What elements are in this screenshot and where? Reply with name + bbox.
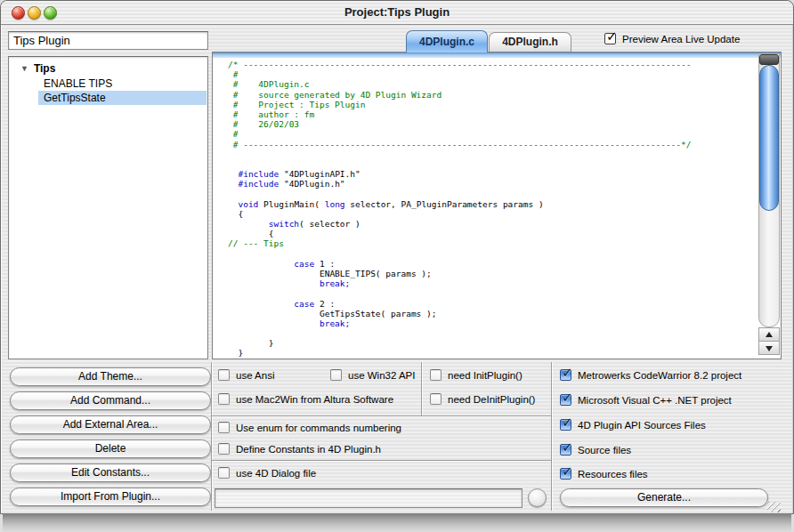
progress-bar [215,488,523,508]
app-window: Project:Tips Plugin ▼ Tips ENABLE TIPS G… [0,0,794,514]
round-button[interactable] [528,488,547,507]
add-external-area-button[interactable]: Add External Area... [10,415,211,434]
checkbox-box[interactable] [330,369,342,381]
checkbox-4d-plugin-api-sources[interactable]: 4D Plugin API Sources Files [560,419,706,431]
checkbox-need-deinitplugin[interactable]: need DeInitPlugin() [430,393,535,405]
import-from-plugin-button[interactable]: Import From Plugin... [10,488,211,506]
checkbox-box[interactable] [560,394,571,406]
scrollbar-top-cap [759,54,779,65]
divider [212,415,551,416]
add-theme-button[interactable]: Add Theme... [10,367,211,386]
delete-button[interactable]: Delete [10,439,211,458]
checkbox-need-initplugin[interactable]: need InitPlugin() [430,369,523,381]
checkbox-define-constants[interactable]: Define Constants in 4D Plugin.h [218,443,381,455]
divider [551,362,552,511]
checkbox-box[interactable] [560,369,571,381]
checkbox-label: Resources files [578,469,648,480]
tree-root-label: Tips [34,62,55,75]
tree-item-label: ENABLE TIPS [44,77,112,90]
scroll-up-arrow-icon[interactable] [758,327,780,342]
checkbox-msvc-project[interactable]: Microsoft Visual C++ .NET project [560,394,732,406]
scroll-down-arrow-icon[interactable] [758,341,780,355]
checkbox-box[interactable] [218,443,230,455]
checkbox-box[interactable] [218,467,230,479]
checkbox-use-mac2win[interactable]: use Mac2Win from Altura Software [218,393,393,405]
checkbox-label: Metrowerks CodeWarrior 8.2 project [578,370,741,381]
checkbox-label: use Ansi [236,370,274,381]
checkbox-box[interactable] [218,422,230,433]
checkbox-box[interactable] [430,393,442,405]
disclosure-triangle-icon[interactable]: ▼ [20,64,28,73]
checkbox-box[interactable] [604,33,616,44]
tab-4dplugin-h[interactable]: 4DPlugin.h [489,32,571,52]
checkbox-label: Source files [578,445,631,455]
add-command-button[interactable]: Add Command... [10,391,211,410]
checkbox-resources-files[interactable]: Resources files [560,468,648,480]
generate-button[interactable]: Generate... [560,488,768,507]
checkbox-use-enum[interactable]: Use enum for commands numbering [218,422,401,433]
preview-top-strip [213,52,781,58]
code-preview-pane: /* -------------------------------------… [212,52,782,359]
edit-constants-button[interactable]: Edit Constants... [10,463,211,482]
command-tree: ▼ Tips ENABLE TIPS GetTipsState [8,56,208,359]
divider [212,460,551,461]
checkbox-source-files[interactable]: Source files [560,444,631,455]
checkbox-box[interactable] [218,393,230,405]
checkbox-box[interactable] [560,419,571,431]
checkbox-label: Use enum for commands numbering [236,423,401,433]
tree-item-enable-tips[interactable]: ENABLE TIPS [9,77,207,91]
resize-grip[interactable] [767,502,781,512]
title-bar[interactable]: Project:Tips Plugin [1,1,793,25]
checkbox-label: use Mac2Win from Altura Software [236,394,393,405]
checkbox-box[interactable] [560,444,571,455]
code-preview: /* -------------------------------------… [213,60,758,357]
tab-4dplugin-c[interactable]: 4DPlugin.c [406,30,488,52]
checkbox-use-ansi[interactable]: use Ansi [218,369,274,381]
checkbox-use-win32-api[interactable]: use Win32 API [330,369,415,381]
checkbox-box[interactable] [430,369,442,381]
checkbox-label: need DeInitPlugin() [448,394,535,405]
tree-item-gettipsstate[interactable]: GetTipsState [38,91,207,105]
tree-item-label: GetTipsState [44,92,106,104]
checkbox-label: 4D Plugin API Sources Files [578,420,706,431]
divider [421,362,422,415]
checkbox-preview-live-update[interactable]: Preview Area Live Update [604,33,740,44]
checkbox-label: need InitPlugin() [448,370,523,381]
checkbox-box[interactable] [218,369,230,381]
checkbox-metrowerks-project[interactable]: Metrowerks CodeWarrior 8.2 project [560,369,741,381]
checkbox-use-4d-dialog[interactable]: use 4D Dialog file [218,467,316,479]
window-title: Project:Tips Plugin [1,5,793,19]
tree-root-tips[interactable]: ▼ Tips [20,62,55,75]
window-shadow [3,513,791,532]
divider [211,362,212,511]
vertical-scrollbar-thumb[interactable] [759,65,779,211]
checkbox-label: Microsoft Visual C++ .NET project [578,395,732,406]
checkbox-label: Define Constants in 4D Plugin.h [236,444,381,455]
checkbox-box[interactable] [560,468,571,480]
checkbox-label: use 4D Dialog file [236,468,316,479]
plugin-name-input[interactable] [8,31,208,50]
checkbox-label: use Win32 API [348,370,415,381]
checkbox-label: Preview Area Live Update [622,34,740,44]
